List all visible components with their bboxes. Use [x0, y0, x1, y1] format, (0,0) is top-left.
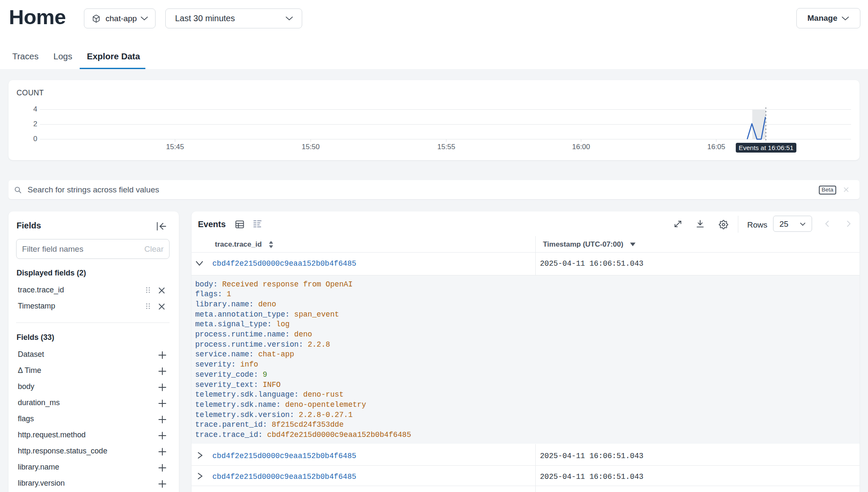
svg-text:4: 4 [33, 105, 37, 113]
svg-text:0: 0 [33, 135, 37, 143]
svg-text:15:55: 15:55 [437, 143, 456, 151]
svg-text:16:00: 16:00 [572, 143, 590, 151]
svg-text:16:05: 16:05 [707, 143, 726, 151]
svg-text:2: 2 [33, 120, 37, 128]
svg-text:15:45: 15:45 [166, 143, 184, 151]
svg-text:15:50: 15:50 [302, 143, 320, 151]
